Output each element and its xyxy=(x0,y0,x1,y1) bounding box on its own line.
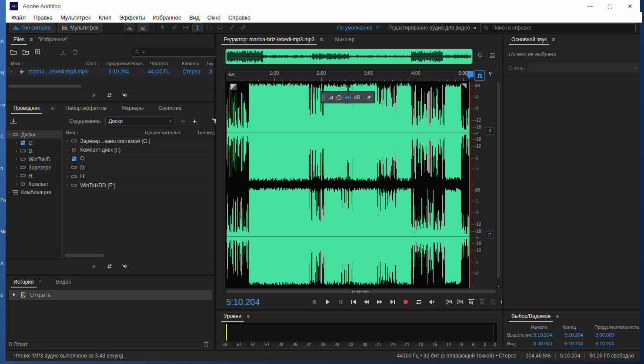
delete-history-icon[interactable] xyxy=(203,341,210,347)
editor-hscrollbar[interactable] xyxy=(225,289,497,294)
chevron-down-icon[interactable]: › xyxy=(7,133,12,135)
hud-grip[interactable] xyxy=(322,94,325,101)
corner-widget[interactable] xyxy=(461,83,467,89)
zoom-in-horizontal-button[interactable] xyxy=(468,298,475,306)
tab-history[interactable]: История xyxy=(10,277,37,287)
brush-tool[interactable] xyxy=(227,23,237,31)
stop-button[interactable] xyxy=(310,298,319,306)
play-button[interactable] xyxy=(323,298,332,306)
files-search-input[interactable]: ▾ xyxy=(132,48,216,57)
heal-tool[interactable] xyxy=(238,23,248,31)
import-file-icon[interactable] xyxy=(22,49,29,56)
gain-hud[interactable]: +0 dB xyxy=(321,91,375,103)
menu-7[interactable]: Окно xyxy=(204,13,224,22)
tab-files[interactable]: Files xyxy=(10,35,28,44)
menu-6[interactable]: Вид xyxy=(185,13,204,22)
save-icon[interactable] xyxy=(60,49,67,56)
sel-start[interactable]: 5:10.204 xyxy=(534,332,564,338)
sel-end[interactable]: 5:10.204 xyxy=(564,332,595,338)
zoom-in-vertical-button[interactable] xyxy=(446,298,453,306)
menu-3[interactable]: Клип xyxy=(95,13,115,22)
menu-1[interactable]: Правка xyxy=(30,13,57,22)
style-dropdown[interactable]: ▾ xyxy=(527,63,639,72)
snap-toggle[interactable] xyxy=(474,70,485,81)
chevron-right-icon[interactable]: › xyxy=(16,140,17,146)
delete-icon[interactable] xyxy=(72,49,79,56)
file-row[interactable]: › marina-...lebedi-mp3.mp3 5:10.204 4410… xyxy=(6,67,214,76)
files-panel-menu-icon[interactable]: ≡ xyxy=(30,36,33,43)
drive-row-3[interactable]: ›D: xyxy=(63,163,214,172)
menu-4[interactable]: Эффекты xyxy=(115,13,149,22)
hud-gain-value[interactable]: +0 xyxy=(345,94,351,101)
fast-forward-button[interactable] xyxy=(375,298,384,306)
timeline-ruler[interactable]: чмс1:002:003:004:005:00 xyxy=(225,69,471,82)
lasso-tool[interactable] xyxy=(216,23,225,31)
right-channel-badge[interactable]: П xyxy=(486,232,494,239)
chevron-right-icon[interactable]: › xyxy=(16,156,17,162)
chevron-right-icon[interactable]: › xyxy=(16,173,17,179)
tab-selection-view[interactable]: Выбор/Видимое xyxy=(508,311,554,321)
sel-duration[interactable]: 0:00.000 xyxy=(595,332,640,338)
overview-list-icon[interactable] xyxy=(489,52,496,59)
tab-browser-2[interactable]: Маркеры xyxy=(118,103,147,113)
tree-item-7[interactable]: ›Комбинация xyxy=(6,188,61,196)
menu-2[interactable]: Мультитрек xyxy=(57,13,95,22)
menu-8[interactable]: Справка xyxy=(224,13,254,22)
menu-5[interactable]: Избранное xyxy=(149,13,185,22)
menu-0[interactable]: Файл xyxy=(8,13,30,22)
browser-column-0[interactable]: Имя ↑ xyxy=(66,130,79,135)
files-column-5[interactable]: Би xyxy=(207,61,213,66)
workspace-default[interactable]: По умолчанию xyxy=(337,25,372,31)
zoom-out-vertical-button[interactable] xyxy=(457,298,464,306)
files-column-2[interactable]: Продолжительн... xyxy=(107,61,146,66)
files-column-3[interactable]: Частота xyxy=(150,61,168,66)
browser-panel-menu-icon[interactable]: ≡ xyxy=(51,105,54,111)
sel-end[interactable]: 5:10.204 xyxy=(564,341,595,346)
tab-browser-1[interactable]: Набор эффектов xyxy=(62,103,110,113)
content-dropdown[interactable]: Диски ▾ xyxy=(105,116,174,126)
tab-mixer[interactable]: Микшер xyxy=(331,35,358,44)
workspace-overflow-icon[interactable]: » xyxy=(473,25,476,31)
hud-pin-icon[interactable] xyxy=(366,95,372,100)
maximize-button[interactable]: ▢ xyxy=(600,0,620,12)
drive-row-5[interactable]: ›WinToHDD (F:) xyxy=(63,181,214,190)
workspace-audio-for-video[interactable]: Редактирование аудио для видео xyxy=(388,25,470,31)
rewind-button[interactable] xyxy=(362,298,371,306)
move-tool[interactable] xyxy=(158,23,168,31)
waveform-view-button[interactable]: Тип сигнала xyxy=(9,23,54,33)
record-button[interactable] xyxy=(401,298,410,306)
files-column-1[interactable]: Сост... xyxy=(86,61,100,66)
tree-item-5[interactable]: ›H: xyxy=(6,172,61,180)
chevron-right-icon[interactable]: › xyxy=(16,165,17,170)
editor-vscrollbar[interactable]: ▲ xyxy=(497,82,501,288)
tab-favorites[interactable]: "Избранное" xyxy=(34,35,71,44)
show-spectral-icon[interactable] xyxy=(138,23,149,32)
minimize-button[interactable]: — xyxy=(580,0,600,12)
tree-item-4[interactable]: ›Зарезере xyxy=(6,163,61,172)
back-icon[interactable] xyxy=(180,118,187,125)
playhead-marker-head[interactable] xyxy=(467,71,474,77)
help-search-input[interactable]: Поиск в справке xyxy=(480,23,636,32)
preview-play-icon[interactable] xyxy=(91,93,97,98)
chevron-right-icon[interactable]: › xyxy=(16,181,17,187)
files-hscrollbar[interactable] xyxy=(8,85,81,88)
save-preset-icon[interactable] xyxy=(10,118,17,125)
browser-column-2[interactable]: Тип мед xyxy=(197,130,215,135)
new-item-icon[interactable] xyxy=(34,49,41,56)
drive-row-0[interactable]: ›Зарезер...вано системой (G:) xyxy=(63,137,214,146)
history-panel-menu-icon[interactable]: ≡ xyxy=(39,279,42,285)
files-column-4[interactable]: Каналы xyxy=(182,61,199,66)
tab-essential-sound[interactable]: Основной звук xyxy=(508,35,550,44)
add-marker-icon[interactable] xyxy=(487,71,493,77)
close-button[interactable]: ✕ xyxy=(620,0,640,12)
sel-duration[interactable]: 5:10.204 xyxy=(595,341,640,346)
loop-preview-icon[interactable] xyxy=(107,92,113,98)
tab-editor[interactable]: Редактор: marina-briz-lebedi-mp3.mp3 xyxy=(220,35,318,44)
gain-dial-icon[interactable] xyxy=(336,94,342,101)
tab-video[interactable]: Видео xyxy=(53,277,75,287)
slip-tool[interactable] xyxy=(181,23,190,31)
tab-browser-0[interactable]: Проводник xyxy=(10,103,43,113)
loop-preview-icon[interactable] xyxy=(107,263,113,269)
waveform-overview[interactable] xyxy=(225,49,473,64)
editor-panel-menu-icon[interactable]: ≡ xyxy=(320,36,323,43)
